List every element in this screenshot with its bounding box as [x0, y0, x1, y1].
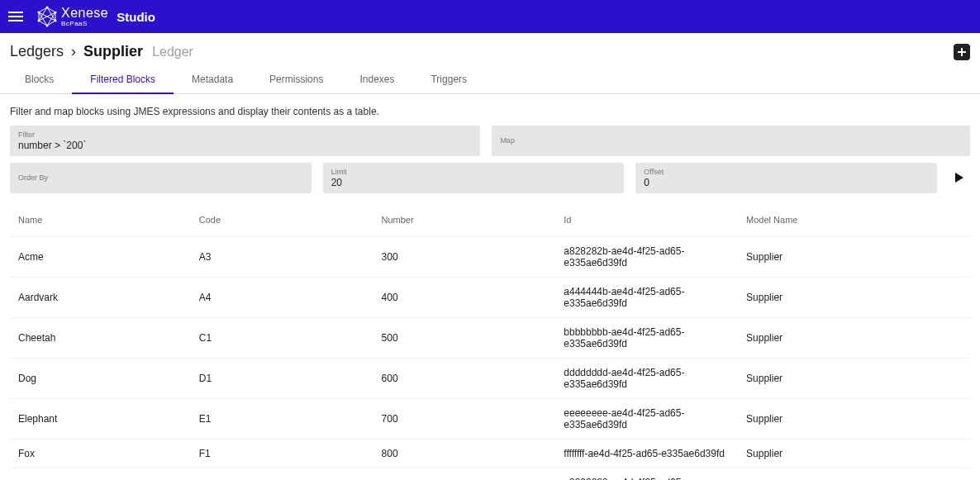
cell-name: Aardvark: [10, 277, 193, 317]
cell-model: Supplier: [740, 358, 970, 398]
cell-code: D1: [193, 358, 375, 398]
cell-code: A4: [193, 277, 375, 317]
cell-number: 800: [375, 439, 558, 468]
cell-id: bbbbbbbb-ae4d-4f25-ad65-e335ae6d39fd: [557, 317, 740, 358]
svg-point-7: [46, 7, 49, 9]
cell-code: C1: [193, 317, 375, 358]
add-button[interactable]: [954, 44, 970, 60]
orderby-input[interactable]: Order By: [10, 163, 312, 193]
filter-input[interactable]: Filter number > `200`: [10, 126, 480, 156]
table-row[interactable]: AcmeA3300a828282b-ae4d-4f25-ad65-e335ae6…: [10, 236, 970, 277]
studio-label: Studio: [117, 10, 155, 24]
offset-input[interactable]: Offset 0: [635, 163, 937, 193]
map-input[interactable]: Map: [492, 126, 970, 156]
svg-point-12: [38, 12, 40, 14]
cell-model: Supplier: [740, 398, 970, 439]
cell-code: A3: [193, 236, 375, 277]
svg-point-11: [38, 20, 40, 22]
svg-point-9: [55, 20, 57, 22]
offset-label: Offset: [644, 168, 929, 177]
col-id[interactable]: Id: [557, 203, 740, 237]
cell-id: ffffffff-ae4d-4f25-ad65-e335ae6d39fd: [557, 439, 740, 468]
filter-panel: Filter number > `200` Map Order By Limit…: [0, 126, 980, 193]
tab-metadata[interactable]: Metadata: [174, 67, 251, 93]
page-description: Filter and map blocks using JMES express…: [0, 94, 980, 126]
tab-filtered-blocks[interactable]: Filtered Blocks: [72, 67, 174, 93]
cell-id: a828282b-ae4d-4f25-ad65-e335ae6d39fd: [557, 236, 740, 277]
col-name[interactable]: Name: [10, 203, 193, 237]
cell-name: Elephant: [10, 398, 193, 439]
breadcrumb-current: Supplier: [83, 43, 143, 59]
svg-point-8: [55, 12, 57, 14]
cell-number: 600: [375, 358, 558, 398]
map-label: Map: [500, 136, 962, 145]
cell-name: Dog: [10, 358, 193, 398]
top-bar: Xenese BcPaaS Studio: [0, 0, 980, 33]
cell-id: a444444b-ae4d-4f25-ad65-e335ae6d39fd: [557, 277, 740, 317]
limit-input[interactable]: Limit 20: [323, 163, 625, 193]
brand-sub: BcPaaS: [61, 21, 108, 27]
brand-main: Xenese: [61, 6, 108, 20]
chevron-right-icon: ›: [68, 43, 79, 59]
cell-id: a0000000-ae4d-4f25-ad65-e335ae6d39fd: [557, 468, 740, 480]
cell-number: 900: [375, 468, 558, 480]
table-row[interactable]: FoxF1800ffffffff-ae4d-4f25-ad65-e335ae6d…: [10, 439, 970, 468]
play-icon: [953, 171, 966, 184]
cell-id: eeeeeeee-ae4d-4f25-ad65-e335ae6d39fd: [557, 398, 740, 439]
tab-blocks[interactable]: Blocks: [7, 67, 72, 93]
cell-name: Cheetah: [10, 317, 193, 358]
col-number[interactable]: Number: [375, 203, 558, 237]
logo-icon: [36, 6, 58, 27]
cell-name: Gecko: [10, 468, 193, 480]
filter-value: number > `200`: [18, 140, 472, 151]
cell-code: G1: [193, 468, 375, 480]
tab-triggers[interactable]: Triggers: [412, 67, 485, 93]
page-header: Ledgers › Supplier Ledger: [0, 33, 980, 64]
table-row[interactable]: DogD1600dddddddd-ae4d-4f25-ad65-e335ae6d…: [10, 358, 970, 398]
offset-value: 0: [644, 177, 929, 188]
cell-number: 700: [375, 398, 558, 439]
cell-number: 400: [375, 277, 558, 317]
cell-model: Supplier: [740, 317, 970, 358]
breadcrumb: Ledgers › Supplier Ledger: [10, 43, 193, 60]
table-row[interactable]: GeckoG1900a0000000-ae4d-4f25-ad65-e335ae…: [10, 468, 970, 480]
tab-permissions[interactable]: Permissions: [251, 67, 341, 93]
run-button[interactable]: [949, 163, 970, 193]
breadcrumb-type: Ledger: [147, 45, 193, 59]
breadcrumb-section[interactable]: Ledgers: [10, 43, 64, 59]
cell-number: 300: [375, 236, 558, 277]
cell-model: Supplier: [740, 468, 970, 480]
cell-name: Acme: [10, 236, 193, 277]
cell-id: dddddddd-ae4d-4f25-ad65-e335ae6d39fd: [557, 358, 740, 398]
cell-code: F1: [193, 439, 375, 468]
cell-code: E1: [193, 398, 375, 439]
limit-value: 20: [331, 177, 616, 188]
svg-point-10: [46, 25, 49, 27]
menu-icon[interactable]: [8, 7, 26, 26]
cell-number: 500: [375, 317, 558, 358]
cell-model: Supplier: [740, 236, 970, 277]
tabs: BlocksFiltered BlocksMetadataPermissions…: [0, 67, 980, 94]
table-row[interactable]: ElephantE1700eeeeeeee-ae4d-4f25-ad65-e33…: [10, 398, 970, 439]
results-table: Name Code Number Id Model Name AcmeA3300…: [0, 200, 980, 480]
table-header-row: Name Code Number Id Model Name: [10, 203, 970, 237]
table-row[interactable]: AardvarkA4400a444444b-ae4d-4f25-ad65-e33…: [10, 277, 970, 317]
cell-model: Supplier: [740, 439, 970, 468]
col-code[interactable]: Code: [193, 203, 375, 237]
tab-indexes[interactable]: Indexes: [341, 67, 412, 93]
plus-icon: [957, 47, 967, 57]
orderby-label: Order By: [18, 173, 303, 183]
filter-label: Filter: [18, 131, 472, 140]
brand-logo[interactable]: Xenese BcPaaS: [36, 6, 108, 27]
cell-model: Supplier: [740, 277, 970, 317]
cell-name: Fox: [10, 439, 193, 468]
table-row[interactable]: CheetahC1500bbbbbbbb-ae4d-4f25-ad65-e335…: [10, 317, 970, 358]
limit-label: Limit: [331, 168, 616, 177]
col-model[interactable]: Model Name: [740, 203, 970, 237]
brand-text: Xenese BcPaaS: [61, 6, 108, 27]
